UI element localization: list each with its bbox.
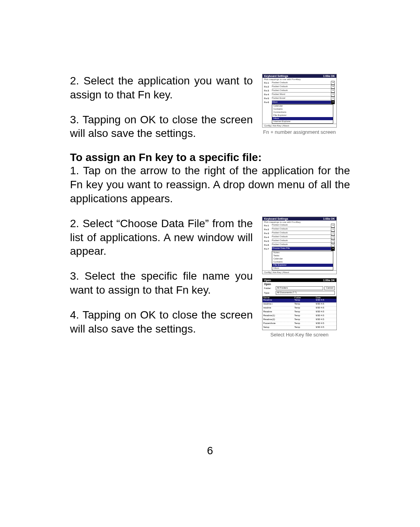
heading-assign-file: To assign an Fn key to a specific file: [70, 151, 350, 164]
para-3: 3. Tapping on OK to close the screen wil… [70, 113, 253, 141]
fs1-dropdown[interactable]: Calendar Contacts Connections File Explo… [272, 104, 333, 124]
text-col-2: 2. Select “Choose Data File” from the li… [70, 217, 253, 336]
para-select-file: 3. Select the specific file name you wan… [70, 269, 253, 297]
fs1-title-right: 1:00a OK [323, 75, 335, 77]
fs1-bottom: Config | Hot-Key | About [262, 124, 336, 127]
screenshot-fn-assignment: Keyboard Settings 1:00a OK Pick mappings… [262, 74, 337, 128]
para-1-file: 1. Tap on the arrow to the right of the … [70, 164, 350, 205]
screenshot-choose-data-file: Keyboard Settings 1:00a OK Pick mappings… [262, 217, 337, 274]
fs1-subtitle: Pick mappings to use with Fn+#key [262, 78, 336, 81]
fs1-title: Keyboard Settings [264, 75, 288, 77]
content-area: 2. Select the application you want to as… [70, 74, 350, 338]
block-1: 2. Select the application you want to as… [70, 74, 350, 140]
text-col-1: 2. Select the application you want to as… [70, 74, 253, 140]
figure-1: Keyboard Settings 1:00a OK Pick mappings… [261, 74, 338, 135]
cancel-button[interactable]: Cancel [324, 286, 335, 290]
para-2: 2. Select the application you want to as… [70, 74, 253, 102]
block-2: 2. Select “Choose Data File” from the li… [70, 217, 350, 338]
page-number: 6 [0, 445, 420, 457]
figure-1-caption: Fn + number assignment screen [263, 129, 336, 135]
para-tap-ok-file: 4. Tapping on OK to close the screen wil… [70, 308, 253, 336]
fs2-dropdown[interactable]: Notes Tasks Calendar Contacts File Explo… [272, 251, 333, 270]
page: 2. Select the application you want to as… [0, 0, 420, 527]
figure-2-3-col: Keyboard Settings 1:00a OK Pick mappings… [261, 217, 338, 338]
screenshot-select-file: Open 1:00a OK Open Folder: All Folders C… [262, 278, 337, 330]
figure-3-caption: Select Hot-Key file screen [270, 332, 329, 338]
para-choose-data-file: 2. Select “Choose Data File” from the li… [70, 217, 253, 258]
